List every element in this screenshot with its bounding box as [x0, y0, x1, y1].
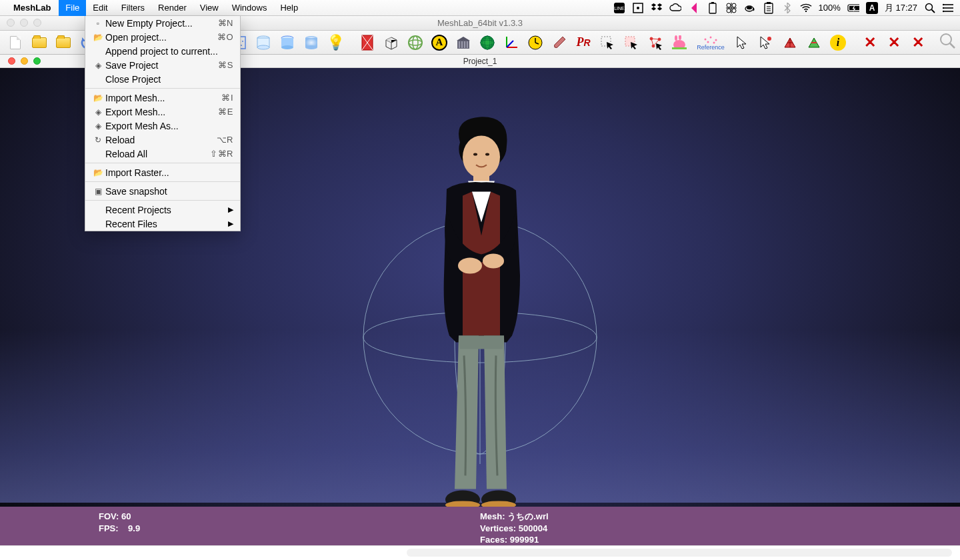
cloud-icon[interactable] [669, 2, 681, 14]
menu-view[interactable]: View [193, 0, 225, 16]
svg-point-32 [943, 10, 944, 11]
input-source-icon[interactable]: A [866, 2, 878, 14]
globe-button[interactable] [404, 33, 427, 53]
museum-button[interactable] [452, 33, 475, 53]
red-mesh-button[interactable] [779, 33, 801, 53]
light-button[interactable]: 💡 [324, 33, 347, 53]
notification-center-icon[interactable] [943, 2, 955, 14]
menu-reload[interactable]: ↻ Reload ⌥R [85, 133, 240, 147]
close-window-disabled-icon [7, 19, 15, 27]
menu-help[interactable]: Help [273, 0, 305, 16]
project-tab-label[interactable]: Project_1 [463, 57, 497, 66]
pr-button[interactable]: PR [572, 33, 595, 53]
wifi-icon[interactable] [800, 2, 812, 14]
open-project-button[interactable] [28, 33, 51, 53]
red-layer-button[interactable] [356, 33, 379, 53]
battery-percentage: 100% [819, 3, 841, 13]
svg-point-7 [732, 3, 736, 7]
svg-point-41 [242, 41, 243, 42]
menu-edit[interactable]: Edit [86, 0, 114, 16]
svg-line-26 [932, 9, 935, 13]
select-vertices-button[interactable] [596, 33, 619, 53]
svg-point-52 [305, 45, 317, 49]
smooth-button[interactable] [300, 33, 323, 53]
reload-icon: ↻ [92, 135, 104, 145]
menu-save-project[interactable]: ◈ Save Project ⌘S [85, 58, 240, 72]
app-name[interactable]: MeshLab [13, 3, 51, 13]
mesh-model[interactable] [407, 115, 553, 529]
brush-button[interactable] [548, 33, 571, 53]
menu-render[interactable]: Render [151, 0, 193, 16]
battery-icon[interactable] [847, 2, 859, 14]
clipboard-icon[interactable] [763, 2, 775, 14]
window-controls-disabled [7, 19, 41, 27]
delete-vertices-button[interactable]: ✕ [859, 33, 881, 53]
folder-icon: 📂 [92, 168, 104, 177]
faces-label: Faces: [480, 535, 507, 545]
zoom-document-button[interactable] [33, 57, 41, 65]
menu-export-mesh[interactable]: ◈ Export Mesh... ⌘E [85, 105, 240, 119]
menu-file[interactable]: File [59, 0, 86, 16]
clover-icon[interactable] [725, 2, 737, 14]
document-window-controls [8, 57, 41, 65]
select-faces-button[interactable] [620, 33, 643, 53]
minimize-document-button[interactable] [21, 57, 28, 65]
axes-button[interactable] [500, 33, 523, 53]
back-face-button[interactable] [380, 33, 403, 53]
menu-label: Open project... [104, 32, 217, 43]
menu-windows[interactable]: Windows [225, 0, 274, 16]
bunny-button[interactable] [668, 33, 691, 53]
menu-import-mesh[interactable]: 📂 Import Mesh... ⌘I [85, 91, 240, 105]
svg-rect-15 [767, 2, 771, 4]
toolbar-search-icon[interactable] [939, 32, 956, 53]
line-app-icon[interactable]: LINE [613, 2, 625, 14]
label-a-button[interactable]: A [428, 33, 451, 53]
mac-menubar: MeshLab File Edit Filters Render View Wi… [0, 0, 960, 16]
mesh-sphere-button[interactable] [476, 33, 499, 53]
svg-point-104 [483, 253, 504, 268]
fps-value: 9.9 [128, 523, 140, 533]
horizontal-scrollbar[interactable] [407, 549, 952, 557]
clock-button[interactable] [524, 33, 547, 53]
green-mesh-button[interactable] [803, 33, 825, 53]
reference-button[interactable]: Reference [692, 33, 729, 53]
select-connected-button[interactable] [644, 33, 667, 53]
close-document-button[interactable] [8, 57, 15, 65]
cursor-pick-button[interactable] [755, 33, 777, 53]
submenu-arrow-icon: ▶ [228, 219, 233, 228]
import-mesh-button[interactable] [52, 33, 75, 53]
cursor-default-button[interactable] [731, 33, 753, 53]
square-app-icon[interactable] [632, 2, 644, 14]
info-button[interactable]: i [827, 33, 849, 53]
menubar-clock[interactable]: 月 17:27 [885, 2, 917, 14]
wireframe-button[interactable] [252, 33, 275, 53]
flat-lines-button[interactable] [276, 33, 299, 53]
delete-faces-button[interactable]: ✕ [883, 33, 905, 53]
mesh-value: うちの.wrl [507, 511, 548, 521]
menu-reload-all[interactable]: Reload All ⇧⌘R [85, 147, 240, 161]
menu-export-mesh-as[interactable]: ◈ Export Mesh As... [85, 119, 240, 133]
delete-faces-vertices-button[interactable]: ✕ [907, 33, 929, 53]
menu-recent-files[interactable]: Recent Files ▶ [85, 217, 240, 231]
menu-recent-projects[interactable]: Recent Projects ▶ [85, 203, 240, 217]
coffee-icon[interactable] [744, 2, 756, 14]
menu-append-project[interactable]: Append project to current... [85, 44, 240, 58]
battery-app-icon[interactable] [707, 2, 719, 14]
pink-app-icon[interactable] [688, 2, 700, 14]
svg-line-68 [507, 41, 513, 47]
svg-rect-4 [709, 3, 716, 13]
menu-new-empty-project[interactable]: ▫ New Empty Project... ⌘N [85, 16, 240, 30]
menu-close-project[interactable]: Close Project [85, 72, 240, 86]
menu-separator [85, 181, 240, 182]
menu-save-snapshot[interactable]: ▣ Save snapshot [85, 184, 240, 198]
menu-label: Close Project [104, 74, 233, 85]
dropbox-icon[interactable] [651, 2, 663, 14]
new-project-button[interactable] [4, 33, 27, 53]
menu-open-project[interactable]: 📂 Open project... ⌘O [85, 30, 240, 44]
svg-point-87 [707, 41, 709, 43]
spotlight-icon[interactable] [924, 2, 936, 14]
menu-import-raster[interactable]: 📂 Import Raster... [85, 165, 240, 179]
bluetooth-icon[interactable] [781, 2, 793, 14]
menu-shortcut: ⌘N [218, 18, 233, 28]
menu-filters[interactable]: Filters [115, 0, 151, 16]
